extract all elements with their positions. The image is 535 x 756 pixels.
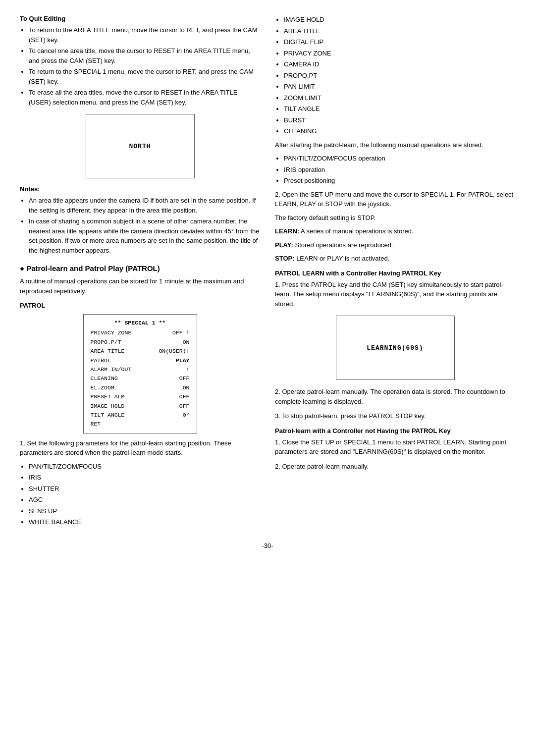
patrol-learn-step1-text: 1. Press the PATROL key and the CAM (SET…	[275, 280, 515, 309]
after-patrol-item-1: PAN/TILT/ZOOM/FOCUS operation	[284, 154, 515, 163]
step1-text: 1. Set the following parameters for the …	[20, 438, 260, 458]
menu-row-propo: PROPO.P/T ON	[91, 338, 190, 347]
step2-play: PLAY: Stored operations are reproduced.	[275, 240, 515, 250]
step1-item-2: IRIS	[29, 473, 260, 483]
notes-section: Notes: An area title appears under the c…	[20, 185, 260, 255]
bullet-area-title: AREA TITLE	[284, 26, 515, 36]
menu-row-privacy: PRIVACY ZONE OFF ↑	[91, 328, 190, 337]
menu-key-image-hold: IMAGE HOLD	[91, 402, 125, 411]
menu-row-tilt: TILT ANGLE 0°	[91, 411, 190, 420]
notes-item-1: An area title appears under the camera I…	[29, 196, 260, 215]
step2-stop: STOP: LEARN or PLAY is not activated.	[275, 254, 515, 264]
notes-list: An area title appears under the camera I…	[29, 196, 260, 255]
menu-row-patrol: PATROL PLAY	[91, 356, 190, 365]
notes-item-2: In case of sharing a common subject in a…	[29, 216, 260, 255]
step1-item-4: AGC	[29, 495, 260, 505]
play-label: PLAY:	[275, 241, 293, 249]
after-patrol-list: PAN/TILT/ZOOM/FOCUS operation IRIS opera…	[284, 154, 515, 186]
patrol-learn-step1: 1. Press the PATROL key and the CAM (SET…	[275, 280, 515, 309]
bullet-privacy-zone: PRIVACY ZONE	[284, 49, 515, 58]
step1-item-3: SHUTTER	[29, 484, 260, 494]
stop-label: STOP:	[275, 255, 295, 262]
bullet-burst: BURST	[284, 115, 515, 125]
north-monitor-box: NORTH	[86, 114, 195, 178]
menu-key-preset-alm: PRESET ALM	[91, 392, 125, 401]
patrol-no-controller-title: Patrol-learn with a Controller not Havin…	[275, 427, 515, 434]
menu-val-propo: ON	[183, 338, 190, 347]
quit-editing-item-1: To return to the AREA TITLE menu, move t…	[29, 25, 260, 45]
stop-text: LEARN or PLAY is not activated.	[296, 255, 389, 262]
learning-monitor-box: LEARNING(60S)	[336, 316, 455, 380]
menu-row-elzoom: EL-ZOOM ON	[91, 383, 190, 392]
menu-key-propo: PROPO.P/T	[91, 338, 121, 347]
menu-key-tilt: TILT ANGLE	[91, 411, 125, 420]
learning-monitor-label: LEARNING(60S)	[367, 344, 423, 352]
step2-learn: LEARN: A series of manual operations is …	[275, 226, 515, 236]
patrol-label: PATROL	[20, 302, 260, 309]
patrol-learn-step3-text: 3. To stop patrol-learn, press the PATRO…	[275, 411, 515, 421]
bullet-zoom-limit: ZOOM LIMIT	[284, 93, 515, 103]
bullet-tilt-angle: TILT ANGLE	[284, 104, 515, 114]
menu-val-privacy: OFF ↑	[172, 328, 190, 337]
quit-editing-item-2: To cancel one area title, move the curso…	[29, 46, 260, 65]
menu-key-privacy: PRIVACY ZONE	[91, 328, 132, 337]
step2-factory: The factory default setting is STOP.	[275, 213, 515, 223]
after-patrol-text: After starting the patrol-learn, the fol…	[275, 140, 515, 150]
menu-val-cleaning: OFF	[179, 374, 190, 383]
menu-row-image-hold: IMAGE HOLD OFF	[91, 402, 190, 411]
learn-label: LEARN:	[275, 227, 299, 235]
menu-val-patrol: PLAY	[176, 356, 190, 365]
menu-row-ret: RET	[91, 420, 190, 429]
quit-editing-list: To return to the AREA TITLE menu, move t…	[29, 25, 260, 107]
patrol-menu-box: ** SPECIAL 1 ** PRIVACY ZONE OFF ↑ PROPO…	[83, 314, 197, 433]
bullet-pan-limit: PAN LIMIT	[284, 82, 515, 92]
step1-container: 1. Set the following parameters for the …	[20, 438, 260, 527]
learn-text: A series of manual operations is stored.	[301, 227, 414, 235]
step1-list: PAN/TILT/ZOOM/FOCUS IRIS SHUTTER AGC SEN…	[29, 462, 260, 527]
menu-val-area: ON(USER)↑	[159, 347, 189, 356]
menu-val-tilt: 0°	[183, 411, 190, 420]
bullets-top-list: IMAGE HOLD AREA TITLE DIGITAL FLIP PRIVA…	[284, 15, 515, 136]
menu-row-area: AREA TITLE ON(USER)↑	[91, 347, 190, 356]
menu-key-ret: RET	[91, 420, 101, 429]
quit-editing-item-3: To return to the SPECIAL 1 menu, move th…	[29, 67, 260, 86]
menu-key-area: AREA TITLE	[91, 347, 125, 356]
menu-row-cleaning: CLEANING OFF	[91, 374, 190, 383]
menu-title: ** SPECIAL 1 **	[91, 319, 190, 327]
menu-key-patrol: PATROL	[91, 356, 111, 365]
right-column: IMAGE HOLD AREA TITLE DIGITAL FLIP PRIVA…	[275, 15, 515, 532]
patrol-section-title: ● Patrol-learn and Patrol Play (PATROL)	[20, 264, 260, 272]
menu-row-alarm: ALARM IN/OUT ↑	[91, 365, 190, 374]
bullet-digital-flip: DIGITAL FLIP	[284, 37, 515, 47]
after-patrol-item-3: Preset positioning	[284, 176, 515, 186]
play-text: Stored operations are reproduced.	[295, 241, 393, 249]
menu-val-elzoom: ON	[183, 383, 190, 392]
menu-key-alarm: ALARM IN/OUT	[91, 365, 132, 374]
patrol-learn-controller-title: PATROL LEARN with a Controller Having PA…	[275, 270, 515, 277]
step1-item-1: PAN/TILT/ZOOM/FOCUS	[29, 462, 260, 472]
step1-item-5: SENS UP	[29, 506, 260, 516]
menu-val-preset-alm: OFF	[179, 392, 190, 401]
bullet-propo-pt: PROPO.PT	[284, 71, 515, 81]
after-patrol-item-2: IRIS operation	[284, 165, 515, 175]
menu-key-elzoom: EL-ZOOM	[91, 383, 114, 392]
patrol-learn-step2-text: 2. Operate patrol-learn manually. The op…	[275, 387, 515, 406]
patrol-learn-step3: 3. To stop patrol-learn, press the PATRO…	[275, 411, 515, 421]
patrol-no-step1-text: 1. Close the SET UP or SPECIAL 1 menu to…	[275, 437, 515, 457]
step2-container: 2. Open the SET UP menu and move the cur…	[275, 190, 515, 264]
patrol-learn-step2: 2. Operate patrol-learn manually. The op…	[275, 387, 515, 406]
step2-text: 2. Open the SET UP menu and move the cur…	[275, 190, 515, 209]
bullet-camera-id: CAMERA ID	[284, 59, 515, 69]
left-column: To Quit Editing To return to the AREA TI…	[20, 15, 260, 532]
menu-val-image-hold: OFF	[179, 402, 190, 411]
quit-editing-title: To Quit Editing	[20, 15, 260, 22]
quit-editing-item-4: To erase all the area titles, move the c…	[29, 88, 260, 107]
north-monitor-label: NORTH	[129, 143, 151, 150]
page-number: -30-	[20, 542, 515, 549]
bullet-image-hold: IMAGE HOLD	[284, 15, 515, 25]
menu-val-alarm: ↑	[186, 365, 190, 374]
notes-title: Notes:	[20, 185, 260, 193]
patrol-intro: A routine of manual operations can be st…	[20, 276, 260, 296]
patrol-no-step2-text: 2. Operate patrol-learn manually.	[275, 462, 515, 472]
step1-item-6: WHITE BALANCE	[29, 517, 260, 527]
